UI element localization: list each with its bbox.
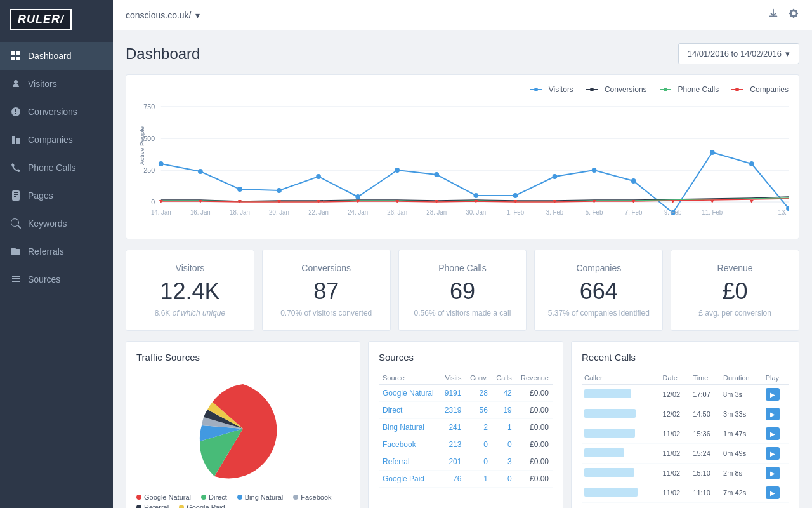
stat-revenue-label: Revenue [684, 263, 786, 273]
stat-visitors-label: Visitors [139, 263, 241, 273]
table-row: 11/02 15:24 0m 49s ▶ [582, 444, 789, 464]
source-visits: 201 [440, 453, 465, 471]
source-name: Google Paid [379, 471, 440, 488]
svg-point-26 [553, 174, 558, 179]
sidebar-item-phone-calls[interactable]: Phone Calls [0, 154, 113, 182]
call-date: 11/02 [660, 464, 691, 483]
caller-cell [582, 483, 660, 503]
call-play: ▶ [763, 385, 789, 404]
date-range-button[interactable]: 14/01/2016 to 14/02/2016 ▾ [678, 43, 799, 64]
stat-visitors: Visitors 12.4K 8.6K of which unique [126, 250, 254, 331]
svg-text:9. Feb: 9. Feb [664, 209, 682, 216]
source-calls: 3 [492, 453, 516, 471]
sidebar-label-companies: Companies [28, 135, 73, 145]
caller-cell [582, 385, 660, 404]
sources-title: Sources [379, 352, 553, 363]
sidebar-item-dashboard[interactable]: Dashboard [0, 42, 113, 70]
sources-table: Source Visits Conv. Calls Revenue Google… [379, 371, 553, 488]
play-button[interactable]: ▶ [766, 467, 780, 479]
stat-phone-calls-value: 69 [412, 278, 514, 305]
pie-chart [180, 371, 306, 486]
sidebar-item-visitors[interactable]: Visitors [0, 70, 113, 98]
legend-visitors-label: Visitors [549, 85, 573, 94]
svg-point-5 [664, 88, 667, 91]
svg-text:750: 750 [143, 103, 155, 110]
stat-conversions-label: Conversions [275, 263, 377, 273]
sidebar-item-companies[interactable]: Companies [0, 126, 113, 154]
download-icon[interactable] [768, 8, 779, 22]
play-button[interactable]: ▶ [766, 486, 780, 499]
recent-calls-title: Recent Calls [582, 352, 789, 363]
chart-legend: Visitors Conversions Phone Calls Compani… [136, 85, 789, 94]
source-visits: 2319 [440, 402, 465, 419]
caller-cell [582, 404, 660, 424]
play-button[interactable]: ▶ [766, 427, 780, 440]
play-button[interactable]: ▶ [766, 388, 780, 401]
svg-text:14. Jan: 14. Jan [151, 209, 171, 216]
svg-point-28 [631, 178, 636, 184]
table-row: 11/02 15:10 2m 8s ▶ [582, 464, 789, 483]
svg-text:Active People: Active People [138, 126, 145, 165]
source-conv: 1 [465, 471, 491, 488]
legend-conversions-label: Conversions [605, 85, 647, 94]
sidebar-item-sources[interactable]: Sources [0, 265, 113, 293]
svg-text:500: 500 [143, 135, 155, 142]
call-duration: 2m 8s [721, 464, 763, 483]
sidebar-item-referrals[interactable]: Referrals [0, 237, 113, 265]
legend-bing-natural: Bing Natural [237, 493, 284, 501]
pie-legend: Google Natural Direct Bing Natural [136, 493, 350, 508]
table-row: 11/02 11:10 7m 42s ▶ [582, 483, 789, 503]
domain-label: conscious.co.uk/ [126, 10, 192, 20]
stat-revenue: Revenue £0 £ avg. per conversion [671, 250, 799, 331]
chart-svg: 750 500 250 0 [136, 102, 789, 229]
svg-text:26. Jan: 26. Jan [387, 209, 407, 216]
source-revenue: £0.00 [516, 419, 553, 436]
svg-point-22 [395, 168, 400, 173]
logo-box: RULER/ [10, 9, 72, 30]
sidebar-label-pages: Pages [28, 190, 53, 201]
source-name: Bing Natural [379, 419, 440, 436]
table-row: Direct 2319 56 19 £0.00 [379, 402, 553, 419]
sidebar-label-phone-calls: Phone Calls [28, 163, 76, 173]
sidebar-label-dashboard: Dashboard [28, 51, 72, 61]
sidebar-item-conversions[interactable]: Conversions [0, 98, 113, 126]
sidebar: RULER/ Dashboard Visitors Conversions [0, 0, 113, 508]
play-button[interactable]: ▶ [766, 447, 780, 460]
sidebar-item-keywords[interactable]: Keywords [0, 210, 113, 237]
visitors-icon [10, 78, 22, 90]
bottom-row: Traffic Sources [126, 341, 799, 508]
source-conv: 0 [465, 453, 491, 471]
settings-icon[interactable] [788, 8, 799, 22]
main-chart-card: Visitors Conversions Phone Calls Compani… [126, 74, 799, 239]
facebook-label: Facebook [301, 493, 331, 501]
legend-facebook: Facebook [293, 493, 331, 501]
call-duration: 8m 3s [721, 385, 763, 404]
stat-companies-sub: 5.37% of companies identified [547, 309, 650, 318]
svg-text:22. Jan: 22. Jan [308, 209, 329, 216]
referrals-icon [10, 246, 22, 257]
call-duration: 7m 42s [721, 483, 763, 503]
play-button[interactable]: ▶ [766, 408, 780, 420]
legend-visitors: Visitors [530, 85, 573, 94]
direct-label: Direct [209, 493, 227, 501]
domain-selector[interactable]: conscious.co.uk/ ▾ [126, 10, 200, 20]
call-duration: 0m 49s [721, 444, 763, 464]
svg-text:20. Jan: 20. Jan [269, 209, 289, 216]
call-play: ▶ [763, 404, 789, 424]
svg-point-16 [159, 161, 164, 166]
stat-conversions-sub: 0.70% of visitors converted [275, 309, 377, 318]
svg-point-24 [473, 193, 478, 198]
google-paid-dot [179, 505, 184, 508]
sidebar-item-pages[interactable]: Pages [0, 182, 113, 210]
svg-point-31 [749, 161, 754, 166]
col-calls: Calls [492, 371, 516, 385]
legend-companies: Companies [731, 85, 789, 94]
bing-natural-dot [237, 495, 242, 500]
svg-text:3. Feb: 3. Feb [546, 209, 564, 216]
col-play: Play [763, 371, 789, 385]
pie-container: Google Natural Direct Bing Natural [136, 371, 350, 508]
call-play: ▶ [763, 464, 789, 483]
svg-point-3 [590, 88, 594, 91]
traffic-sources-card: Traffic Sources [126, 341, 360, 508]
call-time: 15:24 [690, 444, 721, 464]
